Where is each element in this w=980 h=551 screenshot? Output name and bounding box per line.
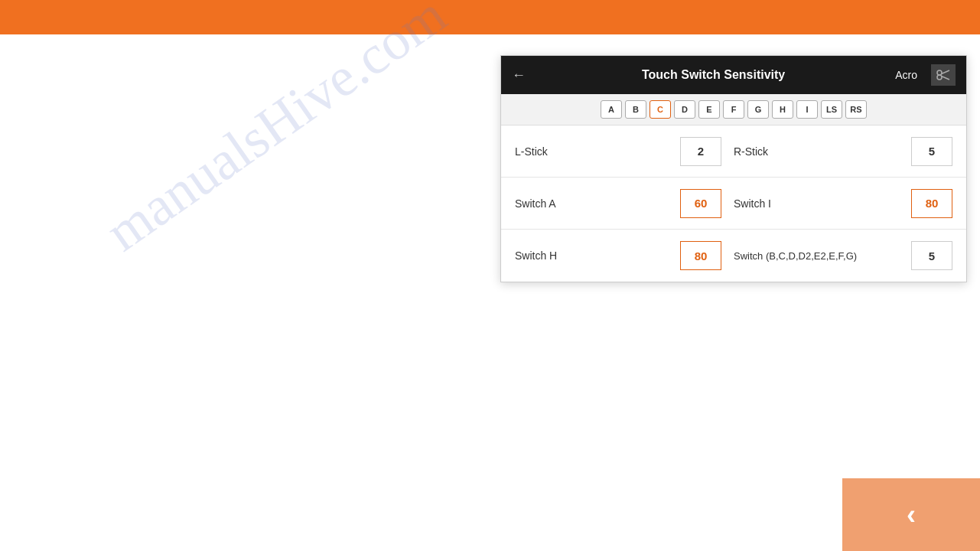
row3-right: Switch (B,C,D,D2,E2,E,F,G) 5 [734,241,952,270]
lstick-value[interactable]: 2 [680,137,721,166]
dialog-profile-label: Acro [895,69,917,81]
watermark: manualsHive.com [94,0,457,264]
svg-line-3 [942,77,950,80]
top-bar [0,0,980,34]
svg-point-1 [937,75,942,80]
tab-RS[interactable]: RS [845,100,867,119]
dialog-back-button[interactable]: ← [512,67,526,83]
row1-left: L-Stick 2 [515,137,734,166]
tab-LS[interactable]: LS [821,100,842,119]
switch-h-value[interactable]: 80 [680,241,721,270]
tabs-row: A B C D E F G H I LS RS [501,94,966,126]
rstick-value[interactable]: 5 [911,137,952,166]
tab-C[interactable]: C [650,100,671,119]
switch-a-value[interactable]: 60 [680,189,721,218]
tab-D[interactable]: D [674,100,695,119]
switch-a-label: Switch A [515,197,576,210]
switch-bcdfg-label: Switch (B,C,D,D2,E2,E,F,G) [734,250,857,262]
switch-i-value[interactable]: 80 [911,189,952,218]
tab-G[interactable]: G [747,100,769,119]
tab-H[interactable]: H [772,100,793,119]
back-nav-button[interactable]: ‹ [842,478,980,551]
row2-left: Switch A 60 [515,189,734,218]
switch-h-label: Switch H [515,249,576,262]
tab-I[interactable]: I [796,100,818,119]
dialog-header: ← Touch Switch Sensitivity Acro [501,56,966,94]
tab-B[interactable]: B [625,100,646,119]
row1-right: R-Stick 5 [734,137,952,166]
settings-body: L-Stick 2 R-Stick 5 Switch A 60 Switch I… [501,126,966,282]
svg-line-2 [942,70,950,74]
settings-row-1: L-Stick 2 R-Stick 5 [501,126,966,178]
svg-point-0 [937,70,942,75]
scissors-icon-button[interactable] [931,64,956,86]
dialog-title: Touch Switch Sensitivity [539,68,887,82]
switch-bcdfg-value[interactable]: 5 [911,241,952,270]
dialog-panel: ← Touch Switch Sensitivity Acro A B C D … [500,55,967,282]
rstick-label: R-Stick [734,145,795,158]
tab-E[interactable]: E [698,100,720,119]
lstick-label: L-Stick [515,145,576,158]
row3-left: Switch H 80 [515,241,734,270]
chevron-left-icon: ‹ [907,499,916,531]
row2-right: Switch I 80 [734,189,952,218]
settings-row-2: Switch A 60 Switch I 80 [501,178,966,230]
tab-A[interactable]: A [601,100,622,119]
tab-F[interactable]: F [723,100,744,119]
switch-i-label: Switch I [734,197,795,210]
settings-row-3: Switch H 80 Switch (B,C,D,D2,E2,E,F,G) 5 [501,230,966,282]
